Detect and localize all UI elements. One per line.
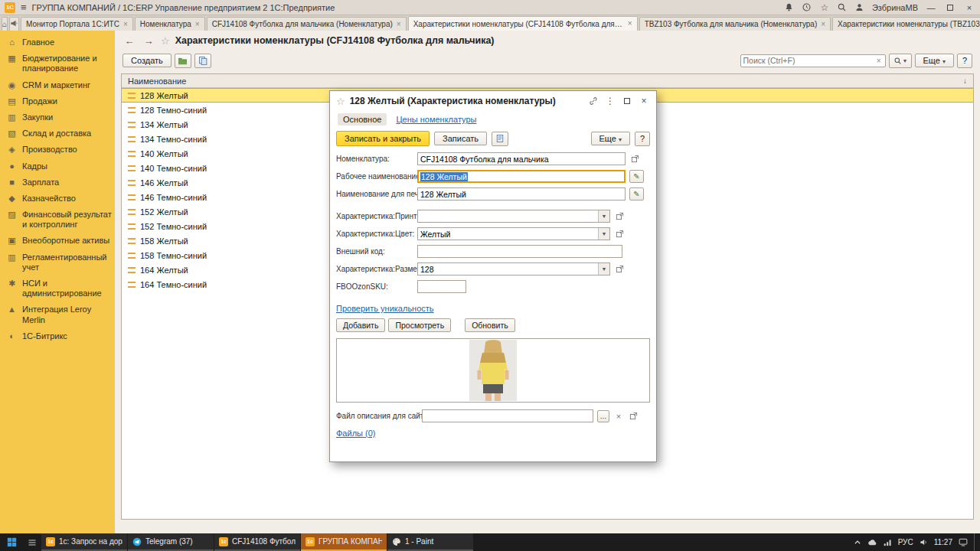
save-and-close-button[interactable]: Записать и закрыть bbox=[336, 131, 430, 146]
external-code-input[interactable] bbox=[417, 245, 622, 258]
tray-cloud-icon[interactable] bbox=[867, 539, 877, 546]
chevron-down-icon[interactable]: ▼ bbox=[598, 263, 609, 275]
nomenclature-input[interactable] bbox=[417, 152, 626, 165]
sidebar-item[interactable]: 1С-Битрикс bbox=[0, 328, 115, 344]
forward-arrow-button[interactable]: → bbox=[142, 34, 155, 47]
sidebar-item[interactable]: CRM и маркетинг bbox=[0, 77, 115, 93]
window-maximize-button[interactable] bbox=[944, 2, 956, 13]
clear-file-icon[interactable]: × bbox=[613, 411, 624, 422]
tab-close-icon[interactable]: × bbox=[195, 21, 200, 28]
sidebar-item[interactable]: Зарплата bbox=[0, 174, 115, 191]
open-item-icon[interactable] bbox=[629, 154, 640, 165]
dialog-extra-icon-button[interactable] bbox=[492, 132, 508, 146]
action-center-icon[interactable] bbox=[959, 538, 968, 546]
sidebar-item[interactable]: Бюджетирование и планирование bbox=[0, 51, 115, 77]
tab-close-icon[interactable]: × bbox=[821, 21, 825, 28]
global-search-icon[interactable] bbox=[837, 2, 848, 13]
fbo-ozon-sku-input[interactable] bbox=[417, 280, 466, 293]
tab-home[interactable]: ⌂ bbox=[2, 17, 8, 31]
dialog-more-button[interactable]: Еще ▾ bbox=[591, 132, 630, 145]
working-name-input[interactable]: 128 Желтый bbox=[417, 170, 626, 183]
search-options-button[interactable]: ▾ bbox=[889, 54, 912, 68]
taskbar-app-1c-request[interactable]: 1с 1с: Запрос на дораб... bbox=[41, 533, 127, 551]
tab-announcements[interactable] bbox=[9, 17, 19, 31]
taskbar-app-telegram[interactable]: Telegram (37) bbox=[128, 533, 214, 551]
language-indicator[interactable]: РУС bbox=[898, 538, 913, 546]
dialog-menu-icon[interactable]: ⋮ bbox=[604, 95, 616, 107]
sidebar-item[interactable]: Казначейство bbox=[0, 191, 115, 207]
add-favorite-star-icon[interactable]: ☆ bbox=[161, 35, 170, 47]
generate-name-button[interactable]: ✎ bbox=[629, 170, 644, 183]
dialog-header[interactable]: ☆ 128 Желтый (Характеристика номенклатур… bbox=[330, 91, 656, 111]
taskbar-app-gruppa-kompaniy[interactable]: 1с ГРУППА КОМПАНИ... bbox=[301, 533, 387, 551]
open-item-icon[interactable] bbox=[628, 411, 639, 422]
sidebar-item[interactable]: Производство bbox=[0, 142, 115, 158]
notifications-bell-icon[interactable] bbox=[784, 2, 795, 13]
sidebar-item[interactable]: Продажи bbox=[0, 93, 115, 109]
tab-prices-link[interactable]: Цены номенклатуры bbox=[396, 115, 476, 124]
create-button[interactable]: Создать bbox=[122, 54, 172, 67]
refresh-image-button[interactable]: Обновить bbox=[465, 318, 515, 332]
get-link-icon[interactable] bbox=[587, 95, 599, 107]
tab-main[interactable]: Основное bbox=[338, 113, 387, 126]
user-icon[interactable] bbox=[854, 2, 865, 13]
tab-close-icon[interactable]: × bbox=[628, 20, 632, 28]
size-characteristic-input[interactable] bbox=[418, 263, 598, 275]
create-group-button[interactable] bbox=[175, 54, 191, 68]
dialog-close-button[interactable]: × bbox=[638, 95, 650, 107]
network-icon[interactable] bbox=[884, 539, 892, 546]
window-close-button[interactable]: × bbox=[963, 2, 975, 13]
tray-chevron-up-icon[interactable] bbox=[854, 539, 861, 546]
main-menu-icon[interactable]: ≡ bbox=[21, 2, 27, 13]
site-file-input[interactable] bbox=[422, 409, 593, 422]
sidebar-item[interactable]: Финансовый результат и контроллинг bbox=[0, 207, 115, 233]
back-arrow-button[interactable]: ← bbox=[122, 34, 136, 47]
color-characteristic-input[interactable] bbox=[418, 228, 598, 240]
open-item-icon[interactable] bbox=[614, 211, 625, 222]
window-tab[interactable]: CFJ14108 Футболка для мальчика (Номенкла… bbox=[207, 17, 407, 31]
window-tab[interactable]: TBZ103 Футболка для мальчика (Номенклату… bbox=[639, 17, 831, 31]
window-tab[interactable]: Характеристики номенклатуры (TBZ103 Футб… bbox=[832, 17, 980, 31]
sidebar-item[interactable]: НСИ и администрирование bbox=[0, 276, 115, 302]
generate-print-name-button[interactable]: ✎ bbox=[629, 187, 644, 201]
sidebar-item[interactable]: Склад и доставка bbox=[0, 126, 115, 142]
taskbar-app-paint[interactable]: 1 - Paint bbox=[387, 533, 473, 551]
window-tab[interactable]: Номенклатура × bbox=[135, 17, 205, 31]
start-button[interactable] bbox=[0, 533, 23, 551]
sidebar-item[interactable]: Интеграция Leroy Merlin bbox=[0, 302, 115, 328]
taskbar-grid-icon[interactable] bbox=[23, 533, 41, 551]
dialog-favorite-star-icon[interactable]: ☆ bbox=[336, 96, 345, 107]
chevron-down-icon[interactable]: ▼ bbox=[598, 210, 609, 222]
check-uniqueness-link[interactable]: Проверить уникальность bbox=[336, 304, 434, 313]
favorites-star-icon[interactable]: ☆ bbox=[819, 2, 830, 13]
print-characteristic-input[interactable] bbox=[418, 210, 598, 222]
sort-direction-icon[interactable]: ↓ bbox=[963, 77, 967, 85]
help-button[interactable]: ? bbox=[957, 54, 972, 68]
sidebar-item[interactable]: Закупки bbox=[0, 109, 115, 126]
dialog-maximize-button[interactable] bbox=[621, 95, 633, 107]
volume-icon[interactable] bbox=[920, 538, 928, 546]
clock[interactable]: 11:27 bbox=[934, 538, 952, 546]
sidebar-item[interactable]: Регламентированный учет bbox=[0, 249, 115, 276]
open-item-icon[interactable] bbox=[614, 264, 625, 275]
view-image-button[interactable]: Просмотреть bbox=[388, 318, 451, 332]
choose-file-button[interactable]: … bbox=[597, 410, 609, 422]
search-clear-icon[interactable]: × bbox=[875, 57, 883, 65]
window-minimize-button[interactable]: — bbox=[925, 2, 937, 13]
print-name-input[interactable] bbox=[417, 187, 626, 201]
dialog-help-button[interactable]: ? bbox=[635, 132, 650, 146]
tab-close-icon[interactable]: × bbox=[397, 21, 401, 28]
column-header-name[interactable]: Наименование bbox=[128, 77, 186, 86]
show-desktop-button[interactable] bbox=[974, 533, 978, 551]
save-button[interactable]: Записать bbox=[434, 132, 487, 145]
sidebar-item[interactable]: Внеоборотные активы bbox=[0, 233, 115, 249]
product-image-box[interactable] bbox=[336, 338, 650, 403]
table-header-row[interactable]: Наименование ↓ bbox=[122, 74, 973, 88]
copy-button[interactable] bbox=[194, 54, 211, 68]
add-image-button[interactable]: Добавить bbox=[336, 318, 385, 332]
taskbar-app-cfj14108[interactable]: 1с CFJ14108 Футболка д... bbox=[214, 533, 300, 551]
window-tab[interactable]: Характеристики номенклатуры (CFJ14108 Фу… bbox=[408, 16, 638, 31]
tab-close-icon[interactable]: × bbox=[123, 21, 128, 28]
open-item-icon[interactable] bbox=[614, 229, 625, 240]
search-input[interactable] bbox=[743, 56, 875, 65]
